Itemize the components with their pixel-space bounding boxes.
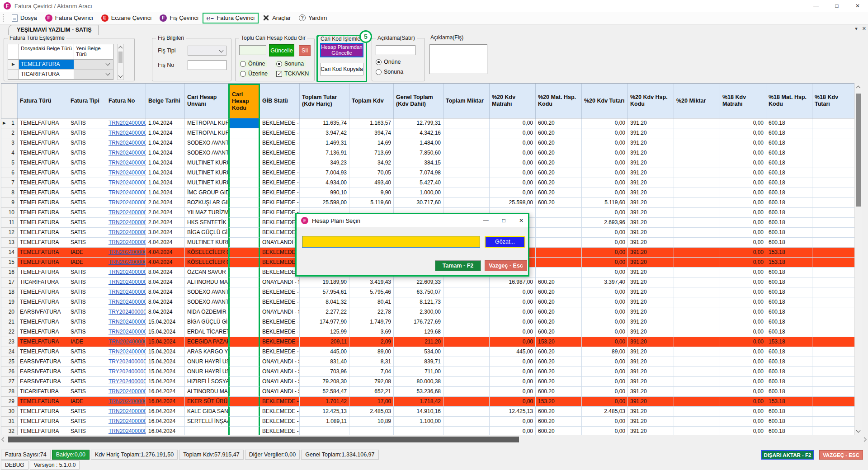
menu-item-yard-m[interactable]: ?Yardım [295, 13, 331, 24]
tab-yesilmavi-satis[interactable]: YEŞİLMAVİ YAZILIM - SATIŞ [8, 25, 99, 35]
close-icon[interactable]: ✕ [847, 0, 868, 12]
cell-kod[interactable] [228, 238, 260, 248]
cell-no[interactable]: TRN2024000000... [106, 407, 146, 417]
cell-kod[interactable] [228, 118, 260, 128]
scroll-down-icon[interactable] [856, 428, 861, 433]
tab-list-dropdown-icon[interactable]: ▾ [855, 26, 858, 32]
column-header-m18k[interactable]: %18 Mat. Hsp. Kodu [766, 84, 812, 118]
tamam-f2-button[interactable]: Tamam - F2 [435, 260, 481, 271]
invoice-link[interactable]: TRN2024000000... [108, 199, 146, 206]
cell-no[interactable]: TRN2024000000... [106, 248, 146, 258]
invoice-link[interactable]: TRN2024000000... [108, 338, 146, 345]
invoice-link[interactable]: TRN2024000000... [108, 140, 146, 146]
cell-no[interactable]: TRY2024000000... [106, 367, 146, 377]
menu-item-eczane-evirici[interactable]: EEczane Çevirici [97, 13, 156, 24]
cell-kod[interactable] [228, 178, 260, 188]
cell-no[interactable]: TRN2024000000... [106, 218, 146, 228]
cell-kod[interactable] [228, 397, 260, 407]
column-header-n[interactable] [1, 84, 18, 118]
cari-kod-kopyala-button[interactable]: Cari Kod Kopyala [320, 63, 363, 75]
column-header-m20k[interactable]: %20 Mat. Hsp. Kodu [536, 84, 582, 118]
column-header-kod[interactable]: Cari Hesap Kodu [228, 84, 260, 118]
invoice-link[interactable]: TRN2024000000... [108, 219, 146, 226]
invoice-link[interactable]: TRN2024000000... [108, 259, 146, 265]
cell-no[interactable]: TRN2024000000... [106, 337, 146, 347]
table-row[interactable]: 7TEMELFATURASATISTRN2024000000...1.04.20… [1, 178, 854, 188]
cell-no[interactable]: TRN2024000000... [106, 148, 146, 158]
cell-kod[interactable] [228, 327, 260, 337]
cell-kod[interactable] [228, 387, 260, 397]
cell-no[interactable]: TRN2024000000... [106, 238, 146, 248]
cell-kod[interactable] [228, 417, 260, 427]
cell-no[interactable]: TRY2024000000... [106, 357, 146, 367]
cell-no[interactable]: TRN2024000000... [106, 277, 146, 287]
column-header-kdv[interactable]: Toplam Kdv [349, 84, 394, 118]
horizontal-scrollbar[interactable] [0, 435, 868, 443]
table-row[interactable]: 3TEMELFATURASATISTRN2024000000...1.04.20… [1, 138, 854, 148]
invoice-link[interactable]: TRN2024000000... [108, 398, 146, 404]
cell-no[interactable]: TRN2024000000... [106, 397, 146, 407]
cell-kod[interactable] [228, 158, 260, 168]
table-row[interactable]: 32TEMELFATURASATISTRN2024000000...16.04.… [1, 427, 854, 435]
table-row[interactable]: 8TEMELFATURASATISTRN2024000000...1.04.20… [1, 188, 854, 198]
radio-onune[interactable]: Önüne [239, 60, 267, 67]
invoice-link[interactable]: TRN2024000000... [108, 428, 146, 434]
cell-no[interactable]: TRN2024000000... [106, 168, 146, 178]
cell-no[interactable]: TRY2024000000... [106, 307, 146, 317]
cell-no[interactable]: TRN2024000000... [106, 188, 146, 198]
belge-turu-cell[interactable]: TEMELFATURA [19, 60, 74, 69]
scroll-left-icon[interactable] [2, 437, 6, 442]
cell-no[interactable]: TRN2024000000... [106, 138, 146, 148]
yeni-belge-turu-dropdown[interactable] [74, 70, 113, 79]
cell-no[interactable]: TRN2024000000... [106, 347, 146, 357]
sil-button[interactable]: Sil [299, 45, 311, 56]
column-header-mik20[interactable]: %20 Miktar [674, 84, 720, 118]
column-header-t20k[interactable]: %20 Kdv Hsp. Kodu [628, 84, 674, 118]
ftm-grid-row[interactable]: ▶TEMELFATURA [8, 60, 113, 70]
cell-kod[interactable] [228, 407, 260, 417]
table-row[interactable]: 27EARSIVFATURASATISTRY2024000000...15.04… [1, 377, 854, 387]
cell-no[interactable]: TRN2024000000... [106, 158, 146, 168]
table-row[interactable]: 17TICARIFATURASATISTRN2024000000...8.04.… [1, 277, 854, 287]
table-row[interactable]: 6TEMELFATURASATISTRN2024000000...1.04.20… [1, 168, 854, 178]
scrollbar-thumb[interactable] [118, 52, 123, 63]
table-row[interactable]: 28TICARIFATURASATISTRN2024000000...16.04… [1, 387, 854, 397]
fis-no-input[interactable] [188, 60, 226, 70]
hesap-plani-input[interactable] [302, 236, 480, 248]
cell-no[interactable]: TRN2024000000... [106, 208, 146, 218]
invoice-link[interactable]: TRN2024000000... [108, 169, 146, 176]
vertical-scrollbar[interactable] [854, 84, 862, 435]
radio-sonuna-satir[interactable]: Sonuna [375, 68, 405, 75]
cell-no[interactable]: TRY2024000000... [106, 377, 146, 387]
invoice-link[interactable]: TRN2024000000... [108, 160, 146, 166]
cell-kod[interactable] [228, 198, 260, 208]
column-header-no[interactable]: Fatura No [106, 84, 146, 118]
cell-no[interactable]: TRN2024000000... [106, 387, 146, 397]
yeni-belge-turu-dropdown[interactable] [74, 60, 113, 69]
column-header-m18[interactable]: %18 Kdv Matrahı [720, 84, 766, 118]
table-row[interactable]: 5TEMELFATURASATISTRN2024000000...1.04.20… [1, 158, 854, 168]
dialog-close-icon[interactable]: ✕ [519, 217, 524, 224]
scroll-right-icon[interactable] [862, 437, 867, 442]
scroll-up-icon[interactable] [856, 86, 861, 90]
table-row[interactable]: 9TEMELFATURASATISTRN2024000000...2.04.20… [1, 198, 854, 208]
table-row[interactable]: 25EARSIVFATURASATISTRY2024000000...15.04… [1, 357, 854, 367]
invoice-link[interactable]: TRY2024000000... [108, 368, 146, 375]
cell-kod[interactable] [228, 228, 260, 238]
column-header-tarih[interactable]: Belge Tarihi [146, 84, 185, 118]
table-row[interactable]: 2TEMELFATURASATISTRN2024000000...1.04.20… [1, 128, 854, 138]
aciklama-satir-input[interactable] [376, 45, 415, 55]
table-row[interactable]: 4TEMELFATURASATISTRN2024000000...1.04.20… [1, 148, 854, 158]
menu-item-fi-evirici[interactable]: FFiş Çevirici [156, 13, 203, 24]
cell-kod[interactable] [228, 347, 260, 357]
table-row[interactable]: 20EARSIVFATURASATISTRY2024000000...8.04.… [1, 307, 854, 317]
cell-kod[interactable] [228, 218, 260, 228]
cell-no[interactable]: TRN2024000000... [106, 258, 146, 268]
table-row[interactable]: 21TEMELFATURASATISTRN2024000000...15.04.… [1, 317, 854, 327]
column-header-turu[interactable]: Fatura Türü [18, 84, 68, 118]
column-header-tipi[interactable]: Fatura Tipi [68, 84, 106, 118]
invoice-link[interactable]: TRY2024000000... [108, 378, 146, 385]
invoice-link[interactable]: TRN2024000000... [108, 329, 146, 335]
scrollbar-thumb[interactable] [8, 437, 519, 442]
cell-no[interactable]: TRN2024000000... [106, 297, 146, 307]
